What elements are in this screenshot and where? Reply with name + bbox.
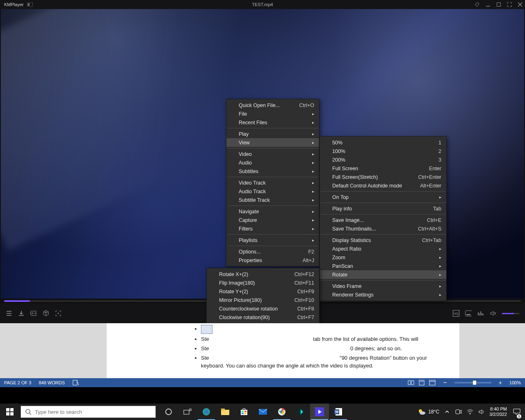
cortana-button[interactable] [159, 404, 178, 420]
main-menu-item[interactable]: Playlists▸ [226, 236, 319, 244]
zoom-in-button[interactable]: + [499, 379, 502, 386]
playlist-icon[interactable] [6, 310, 12, 317]
hq-icon[interactable]: HQ [453, 310, 459, 317]
cc-icon[interactable] [465, 310, 472, 317]
view-menu-item[interactable]: Rotate▸ [320, 270, 446, 279]
tray-clock[interactable]: 8:40 PM 3/2/2022 [489, 406, 507, 417]
main-menu-item[interactable]: Recent Files▸ [226, 118, 319, 127]
view-menu-item[interactable]: Full Screen(Stretch)Ctrl+Enter [320, 173, 446, 181]
zoom-slider[interactable] [454, 382, 491, 383]
chevron-right-icon: ▸ [304, 238, 314, 242]
rotate-menu-item[interactable]: Rotate X+(2)Ctrl+F12 [207, 270, 319, 278]
taskbar-search[interactable]: Type here to search [21, 406, 156, 418]
view-menu-item[interactable]: Full ScreenEnter [320, 164, 446, 173]
zoom-out-button[interactable]: − [443, 379, 447, 386]
start-button[interactable] [0, 404, 20, 420]
menu-item-label: Playlists [239, 237, 258, 243]
web-layout-icon[interactable] [429, 380, 436, 386]
menu-item-label: Mirror Picture(180) [219, 297, 262, 303]
main-menu-item[interactable]: Quick Open File...Ctrl+O [226, 101, 319, 110]
svg-rect-18 [10, 412, 14, 415]
view-menu-item[interactable]: Play infoTab [320, 204, 446, 213]
task-view-button[interactable] [178, 404, 197, 420]
main-menu-item[interactable]: PropertiesAlt+J [226, 256, 319, 265]
menu-item-label: Properties [239, 258, 262, 263]
rotate-menu-item[interactable]: Rotate Y+(2)Ctrl+F9 [207, 287, 319, 296]
view-menu-item[interactable]: 200%3 [320, 155, 446, 164]
app-generic-icon[interactable] [291, 404, 310, 420]
rotate-menu-item[interactable]: Clockwise rotation(90)Ctrl+F7 [207, 313, 319, 322]
view-menu-item[interactable]: On Top▸ [320, 193, 446, 201]
volume-slider[interactable] [502, 313, 519, 314]
mail-icon[interactable] [253, 404, 272, 420]
svg-point-6 [35, 313, 37, 314]
ms-store-icon[interactable] [235, 404, 253, 420]
tray-chevron-up-icon[interactable] [443, 408, 451, 415]
search-placeholder: Type here to search [35, 409, 82, 415]
view-menu-item[interactable]: Zoom▸ [320, 253, 446, 262]
equalizer-icon[interactable] [477, 310, 484, 317]
main-menu-item[interactable]: Capture▸ [226, 216, 319, 224]
maximize-button[interactable] [496, 2, 501, 7]
spellcheck-icon[interactable] [72, 379, 80, 386]
tray-time: 8:40 PM [489, 406, 507, 412]
weather-temp: 18°C [428, 409, 439, 415]
main-menu-item[interactable]: Subtitle Track▸ [226, 196, 319, 204]
vr-icon[interactable] [30, 310, 37, 317]
rotate-menu-item[interactable]: Mirror Picture(180)Ctrl+F10 [207, 296, 319, 304]
main-menu-item[interactable]: File▸ [226, 110, 319, 118]
tray-volume-icon[interactable] [478, 408, 485, 415]
main-menu-item[interactable]: Video Track▸ [226, 178, 319, 187]
main-menu-item[interactable]: Options...F2 [226, 247, 319, 256]
minimize-button[interactable] [486, 2, 491, 7]
file-explorer-icon[interactable] [216, 404, 235, 420]
action-center-button[interactable]: 9 [511, 404, 523, 420]
main-menu-item[interactable]: Video▸ [226, 150, 319, 158]
view-menu-item[interactable]: Aspect Ratio▸ [320, 244, 446, 253]
3d-cube-icon[interactable] [43, 310, 49, 317]
word-status-page[interactable]: PAGE 2 OF 3 [4, 380, 31, 385]
close-button[interactable] [518, 2, 523, 7]
tray-wifi-icon[interactable] [466, 408, 474, 415]
focus-icon[interactable] [55, 310, 62, 317]
main-menu-item[interactable]: View▸ [226, 138, 319, 147]
view-menu-item[interactable]: Video Frame▸ [320, 282, 446, 290]
menu-item-label: Save Image... [332, 217, 364, 223]
rotate-menu-item[interactable]: Counterclockwise rotationCtrl+F8 [207, 304, 319, 313]
rotate-menu-item[interactable]: Flip Image(180)Ctrl+F11 [207, 278, 319, 287]
download-icon[interactable] [18, 310, 25, 317]
menu-item-label: Recent Files [239, 120, 267, 126]
main-menu-item[interactable]: Navigate▸ [226, 207, 319, 216]
main-menu-item[interactable]: Play▸ [226, 130, 319, 138]
view-menu-item[interactable]: Save Image...Ctrl+E [320, 216, 446, 224]
main-menu-item[interactable]: Filters▸ [226, 224, 319, 233]
view-menu-item[interactable]: Save Thumbnails...Ctrl+Alt+S [320, 224, 446, 233]
menu-item-label: Video Frame [332, 283, 361, 289]
chrome-icon[interactable] [272, 404, 291, 420]
view-menu-item[interactable]: 100%2 [320, 147, 446, 155]
zoom-percent[interactable]: 100% [509, 380, 521, 385]
mute-icon[interactable] [490, 310, 496, 317]
menu-item-shortcut: Ctrl+F7 [297, 315, 314, 320]
ontop-pin-icon[interactable] [474, 2, 480, 7]
svg-rect-29 [244, 411, 247, 412]
word-taskbar-icon[interactable]: W [329, 404, 348, 420]
print-layout-icon[interactable] [418, 380, 425, 386]
weather-widget[interactable]: 18°C [418, 408, 439, 415]
view-menu-item[interactable]: Renderer Settings▸ [320, 290, 446, 299]
word-status-words[interactable]: 848 WORDS [39, 380, 65, 385]
view-menu-item[interactable]: Default Control Autohide modeAlt+Enter [320, 181, 446, 190]
main-menu-item[interactable]: Audio▸ [226, 158, 319, 167]
view-menu-item[interactable]: 50%1 [320, 138, 446, 147]
view-menu-item[interactable]: Display StatisticsCtrl+Tab [320, 236, 446, 244]
fullscreen-button[interactable] [507, 2, 512, 7]
read-mode-icon[interactable] [408, 380, 414, 386]
tray-meet-now-icon[interactable] [455, 408, 462, 415]
kmplayer-taskbar-icon[interactable] [310, 404, 329, 420]
menu-item-label: 100% [332, 148, 345, 154]
view-menu-item[interactable]: PanScan▸ [320, 262, 446, 270]
main-menu-item[interactable]: Subtitles▸ [226, 167, 319, 176]
main-menu-item[interactable]: Audio Track▸ [226, 187, 319, 196]
edge-icon[interactable] [197, 404, 216, 420]
menu-item-shortcut: Ctrl+F9 [297, 289, 314, 294]
